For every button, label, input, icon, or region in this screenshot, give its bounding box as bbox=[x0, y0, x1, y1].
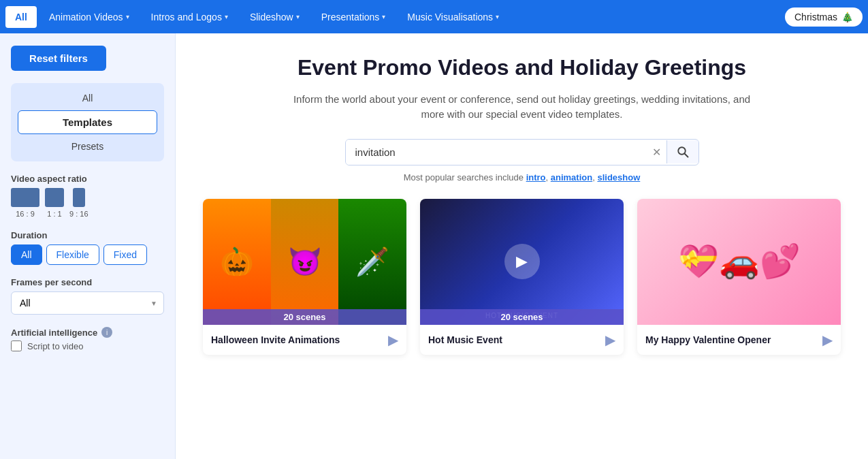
filter-type-group: All Templates Presets bbox=[11, 83, 164, 161]
music-play-overlay[interactable]: ▶ bbox=[504, 244, 540, 279]
page-subtitle: Inform the world about your event or con… bbox=[284, 92, 760, 123]
music-card-bottom: Hot Music Event ▶ bbox=[420, 325, 624, 355]
aspect-ratio-label: Video aspect ratio bbox=[11, 174, 164, 184]
nav-item-intros-logos[interactable]: Intros and Logos ▾ bbox=[142, 6, 238, 28]
svg-line-1 bbox=[685, 154, 688, 157]
duration-flexible-button[interactable]: Flexible bbox=[46, 244, 99, 265]
music-scenes-badge: 20 scenes bbox=[420, 309, 624, 325]
card-halloween-thumb: 🎃 😈 🗡️ 20 scenes bbox=[203, 199, 406, 325]
fps-wrapper: All 24 30 60 bbox=[11, 291, 164, 315]
chevron-down-icon: ▾ bbox=[382, 13, 385, 20]
nav-item-all[interactable]: All bbox=[5, 6, 37, 28]
nav-item-animation-videos[interactable]: Animation Videos ▾ bbox=[39, 6, 139, 28]
ai-label: Artificial intelligence bbox=[11, 328, 97, 338]
valentine-scene: 💝🚗💕 bbox=[678, 242, 801, 281]
duration-section: Duration All Flexible Fixed bbox=[11, 230, 164, 265]
card-music: ▶ HOT MUSIC EVENT 20 scenes Hot Music Ev… bbox=[420, 199, 624, 355]
music-card-title: Hot Music Event bbox=[428, 334, 502, 346]
aspect-16-9[interactable]: 16 : 9 bbox=[11, 188, 39, 218]
aspect-1-1[interactable]: 1 : 1 bbox=[45, 188, 64, 218]
halloween-panel-1: 🎃 bbox=[203, 199, 271, 325]
popular-link-slideshow[interactable]: slideshow bbox=[597, 172, 640, 183]
music-play-button[interactable]: ▶ bbox=[605, 332, 615, 348]
halloween-panel-2: 😈 bbox=[271, 199, 339, 325]
popular-searches: Most popular searches include intro, ani… bbox=[203, 172, 841, 183]
search-input[interactable] bbox=[346, 140, 647, 165]
valentine-card-title: My Happy Valentine Opener bbox=[645, 334, 771, 346]
card-grid: 🎃 😈 🗡️ 20 scenes Halloween Invite Animat… bbox=[203, 199, 841, 355]
halloween-card-bottom: Halloween Invite Animations ▶ bbox=[203, 325, 406, 355]
popular-link-animation[interactable]: animation bbox=[551, 172, 592, 183]
svg-point-0 bbox=[678, 147, 686, 155]
layout: Reset filters All Templates Presets Vide… bbox=[0, 33, 868, 459]
search-bar: ✕ bbox=[345, 139, 699, 165]
card-halloween: 🎃 😈 🗡️ 20 scenes Halloween Invite Animat… bbox=[203, 199, 406, 355]
ai-row: Artificial intelligence i bbox=[11, 327, 164, 338]
halloween-panel-3: 🗡️ bbox=[338, 199, 406, 325]
chevron-down-icon: ▾ bbox=[296, 13, 300, 20]
halloween-scenes-badge: 20 scenes bbox=[203, 309, 406, 325]
card-valentine-thumb: 💝🚗💕 bbox=[637, 199, 841, 325]
filter-templates[interactable]: Templates bbox=[18, 110, 157, 134]
fps-label: Frames per second bbox=[11, 277, 164, 287]
fps-select[interactable]: All 24 30 60 bbox=[11, 291, 164, 315]
page-title: Event Promo Videos and Holiday Greetings bbox=[203, 54, 841, 82]
script-row: Script to video bbox=[11, 341, 164, 351]
script-to-video-checkbox[interactable] bbox=[11, 341, 22, 351]
top-nav: All Animation Videos ▾ Intros and Logos … bbox=[0, 0, 868, 33]
filter-presets[interactable]: Presets bbox=[71, 138, 103, 155]
aspect-wide-icon bbox=[11, 188, 39, 207]
script-to-video-label: Script to video bbox=[27, 341, 83, 351]
aspect-ratio-group: 16 : 9 1 : 1 9 : 16 bbox=[11, 188, 164, 218]
info-icon[interactable]: i bbox=[101, 327, 112, 338]
aspect-16-9-label: 16 : 9 bbox=[16, 210, 35, 218]
chevron-down-icon: ▾ bbox=[126, 13, 129, 20]
nav-item-presentations[interactable]: Presentations ▾ bbox=[312, 6, 396, 28]
valentine-thumb: 💝🚗💕 bbox=[637, 199, 841, 325]
aspect-square-icon bbox=[45, 188, 64, 207]
duration-all-button[interactable]: All bbox=[11, 244, 42, 265]
aspect-ratio-section: Video aspect ratio 16 : 9 1 : 1 9 : 16 bbox=[11, 174, 164, 218]
music-thumb: ▶ HOT MUSIC EVENT bbox=[420, 199, 624, 325]
duration-fixed-button[interactable]: Fixed bbox=[103, 244, 147, 265]
nav-item-music-visualisations[interactable]: Music Visualisations ▾ bbox=[398, 6, 509, 28]
sidebar: Reset filters All Templates Presets Vide… bbox=[0, 33, 176, 459]
valentine-card-bottom: My Happy Valentine Opener ▶ bbox=[637, 325, 841, 355]
card-music-thumb: ▶ HOT MUSIC EVENT 20 scenes bbox=[420, 199, 624, 325]
nav-item-slideshow[interactable]: Slideshow ▾ bbox=[240, 6, 309, 28]
card-valentine: 💝🚗💕 My Happy Valentine Opener ▶ bbox=[637, 199, 841, 355]
fps-section: Frames per second All 24 30 60 bbox=[11, 277, 164, 315]
halloween-thumb-inner: 🎃 😈 🗡️ bbox=[203, 199, 406, 325]
aspect-9-16-label: 9 : 16 bbox=[69, 210, 89, 218]
chevron-down-icon: ▾ bbox=[496, 13, 499, 20]
search-icon bbox=[677, 146, 689, 158]
christmas-icon: 🎄 bbox=[841, 12, 853, 22]
aspect-1-1-label: 1 : 1 bbox=[47, 210, 61, 218]
halloween-play-button[interactable]: ▶ bbox=[388, 332, 398, 348]
christmas-label: Christmas bbox=[794, 12, 837, 22]
clear-search-icon[interactable]: ✕ bbox=[647, 146, 666, 159]
duration-group: All Flexible Fixed bbox=[11, 244, 164, 265]
duration-label: Duration bbox=[11, 230, 164, 240]
aspect-tall-icon bbox=[73, 188, 85, 207]
christmas-button[interactable]: Christmas 🎄 bbox=[785, 7, 863, 27]
filter-all[interactable]: All bbox=[82, 90, 93, 106]
aspect-9-16[interactable]: 9 : 16 bbox=[69, 188, 89, 218]
ai-section: Artificial intelligence i Script to vide… bbox=[11, 327, 164, 351]
reset-filters-button[interactable]: Reset filters bbox=[11, 46, 106, 71]
main-content: Event Promo Videos and Holiday Greetings… bbox=[176, 33, 868, 459]
valentine-play-button[interactable]: ▶ bbox=[822, 332, 833, 348]
halloween-card-title: Halloween Invite Animations bbox=[211, 334, 340, 346]
chevron-down-icon: ▾ bbox=[225, 13, 228, 20]
search-button[interactable] bbox=[666, 140, 698, 163]
popular-link-intro[interactable]: intro bbox=[526, 172, 546, 183]
